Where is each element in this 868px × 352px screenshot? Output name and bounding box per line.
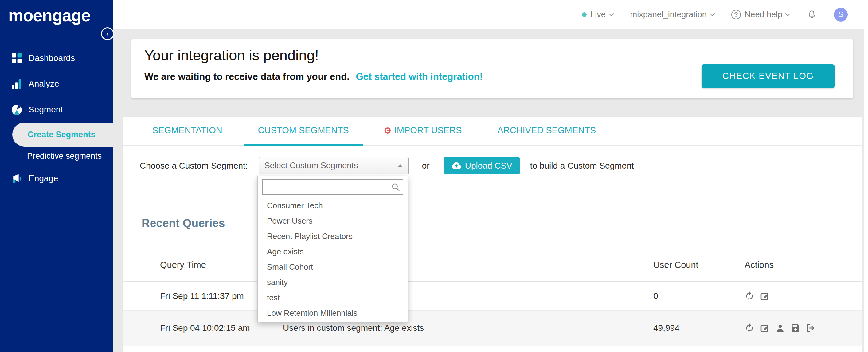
table-row: Fri Sep 11 1:11:37 pm0: [123, 282, 862, 311]
sidebar-item-analyze[interactable]: Analyze: [0, 71, 113, 97]
tab-import-users[interactable]: IMPORT USERS: [370, 117, 476, 146]
table-header-row: Query Time User Count Actions: [123, 249, 862, 282]
tab-segmentation[interactable]: SEGMENTATION: [138, 117, 237, 146]
dropdown-option-test[interactable]: test: [258, 290, 408, 305]
tab-label: CUSTOM SEGMENTS: [258, 125, 349, 135]
custom-segment-select[interactable]: Select Custom Segments: [259, 157, 408, 174]
chevron-left-icon: ‹: [106, 29, 109, 39]
sidebar-item-engage[interactable]: Engage: [0, 165, 113, 191]
or-text: or: [422, 161, 430, 171]
user-icon[interactable]: [775, 323, 785, 333]
tab-archived-segments[interactable]: ARCHIVED SEGMENTS: [483, 117, 610, 146]
sidebar-item-dashboards[interactable]: Dashboards: [0, 45, 113, 71]
cell-actions: [745, 323, 862, 333]
table-body: Fri Sep 11 1:11:37 pm0Fri Sep 04 10:02:1…: [123, 282, 862, 346]
export-icon[interactable]: [806, 323, 816, 333]
chevron-down-icon: [609, 11, 614, 16]
integration-pending-banner: Your integration is pending! We are wait…: [131, 39, 853, 98]
cell-actions: [745, 291, 862, 301]
cell-query-time: Fri Sep 04 10:02:15 am: [123, 323, 283, 333]
segments-card: SEGMENTATIONCUSTOM SEGMENTSIMPORT USERSA…: [123, 117, 862, 352]
column-header-actions: Actions: [745, 260, 862, 270]
recent-queries-heading: Recent Queries: [142, 217, 225, 230]
dropdown-option-sanity[interactable]: sanity: [258, 275, 408, 290]
cell-user-count: 49,994: [653, 323, 745, 333]
sidebar: moengage DashboardsAnalyzeSegmentCreate …: [0, 0, 113, 352]
refresh-icon[interactable]: [745, 323, 754, 333]
cell-description: Users in custom segment: Age exists: [283, 323, 653, 333]
sidebar-collapse-button[interactable]: ‹: [101, 27, 114, 40]
tab-label: SEGMENTATION: [152, 125, 222, 135]
get-started-link[interactable]: Get started with integration!: [356, 71, 483, 82]
search-icon: [391, 183, 400, 192]
upload-csv-button[interactable]: Upload CSV: [444, 157, 520, 174]
sidebar-item-label: Predictive segments: [27, 152, 102, 161]
column-header-user-count: User Count: [653, 260, 745, 270]
need-help-label: Need help: [745, 10, 782, 19]
edit-icon[interactable]: [760, 323, 770, 333]
banner-message: We are waiting to receive data from your…: [144, 71, 483, 82]
import-users-dot-icon: [384, 127, 391, 134]
banner-title: Your integration is pending!: [144, 47, 319, 64]
sidebar-item-label: Analyze: [29, 79, 59, 89]
sidebar-nav: DashboardsAnalyzeSegmentCreate SegmentsP…: [0, 45, 113, 191]
page-scrollbar[interactable]: [864, 0, 868, 352]
notifications-bell-icon[interactable]: [807, 9, 817, 19]
save-icon[interactable]: [790, 323, 800, 333]
dropdown-option-low-retention-millennials[interactable]: Low Retention Millennials: [258, 305, 408, 321]
dropdown-option-consumer-tech[interactable]: Consumer Tech: [258, 198, 408, 213]
environment-label: Live: [590, 10, 606, 19]
segment-icon: [11, 104, 23, 116]
banner-message-text: We are waiting to receive data from your…: [144, 71, 349, 82]
sidebar-item-create-segments[interactable]: Create Segments: [12, 123, 113, 147]
topbar: Live mixpanel_integration Need help S: [113, 0, 868, 29]
app-name: mixpanel_integration: [630, 10, 707, 19]
environment-switcher[interactable]: Live: [582, 10, 613, 19]
page: moengage DashboardsAnalyzeSegmentCreate …: [0, 0, 868, 352]
dashboards-icon: [11, 53, 23, 64]
cloud-upload-icon: [451, 161, 461, 171]
caret-up-icon: [398, 164, 403, 167]
moengage-logo[interactable]: moengage: [8, 5, 90, 25]
sidebar-item-predictive-segments[interactable]: Predictive segments: [0, 147, 113, 165]
sidebar-item-segment[interactable]: Segment: [0, 97, 113, 123]
chooser-label: Choose a Custom Segment:: [140, 161, 248, 171]
question-circle-icon: [731, 10, 741, 19]
sidebar-item-label: Dashboards: [29, 53, 75, 63]
dropdown-options: Consumer TechPower UsersRecent Playlist …: [258, 198, 408, 321]
select-value: Select Custom Segments: [265, 161, 358, 170]
custom-segment-dropdown-panel: Consumer TechPower UsersRecent Playlist …: [257, 176, 408, 322]
dropdown-option-age-exists[interactable]: Age exists: [258, 244, 408, 259]
chooser-suffix: to build a Custom Segment: [530, 161, 634, 171]
refresh-icon[interactable]: [745, 291, 754, 301]
sidebar-item-label: Engage: [29, 173, 58, 183]
tab-label: ARCHIVED SEGMENTS: [497, 125, 596, 135]
upload-csv-label: Upload CSV: [465, 161, 512, 171]
tab-label: IMPORT USERS: [394, 125, 462, 135]
edit-icon[interactable]: [760, 291, 770, 301]
recent-queries-table: Query Time User Count Actions Fri Sep 11…: [123, 248, 862, 346]
dropdown-search: [262, 179, 403, 195]
cell-user-count: 0: [653, 291, 745, 301]
need-help-menu[interactable]: Need help: [731, 10, 790, 19]
dropdown-option-power-users[interactable]: Power Users: [258, 213, 408, 228]
chevron-down-icon: [710, 11, 715, 16]
dropdown-option-recent-playlist-creators[interactable]: Recent Playlist Creators: [258, 228, 408, 244]
table-row: Fri Sep 04 10:02:15 amUsers in custom se…: [123, 311, 862, 346]
user-avatar[interactable]: S: [834, 8, 848, 22]
sidebar-item-label: Segment: [29, 105, 63, 115]
live-status-dot-icon: [582, 12, 587, 17]
custom-segment-chooser: Choose a Custom Segment: Select Custom S…: [140, 157, 634, 174]
avatar-initial: S: [838, 10, 843, 19]
dropdown-option-small-cohort[interactable]: Small Cohort: [258, 259, 408, 275]
engage-icon: [11, 173, 23, 184]
analyze-icon: [11, 78, 23, 90]
app-switcher[interactable]: mixpanel_integration: [630, 10, 714, 19]
sidebar-item-label: Create Segments: [28, 130, 95, 139]
dropdown-search-input[interactable]: [262, 179, 403, 195]
check-event-log-button[interactable]: CHECK EVENT LOG: [702, 64, 835, 88]
chevron-down-icon: [785, 11, 790, 16]
tab-custom-segments[interactable]: CUSTOM SEGMENTS: [244, 117, 363, 146]
segment-tabs: SEGMENTATIONCUSTOM SEGMENTSIMPORT USERSA…: [123, 117, 862, 146]
